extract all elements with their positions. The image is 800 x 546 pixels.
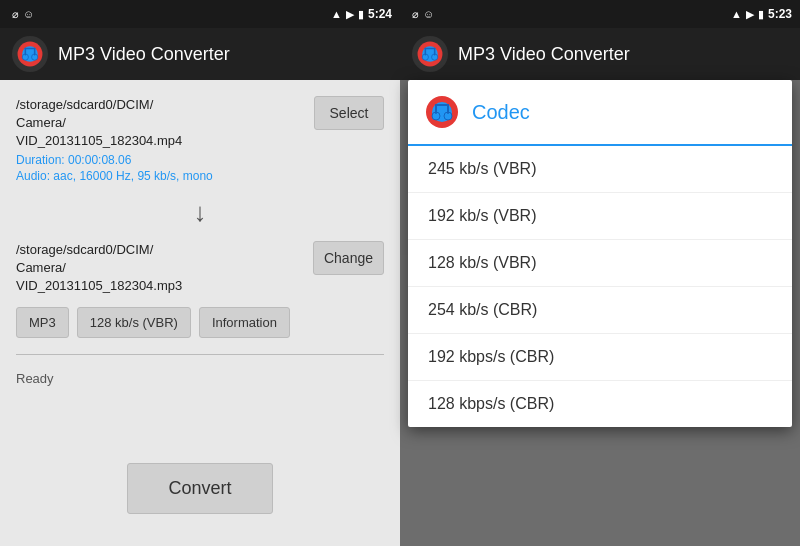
smiley-icon: ☺ xyxy=(23,8,34,20)
codec-item-4[interactable]: 192 kbps/s (CBR) xyxy=(408,334,792,381)
app-bar-right: MP3 Video Converter xyxy=(400,28,800,80)
codec-item-1[interactable]: 192 kb/s (VBR) xyxy=(408,193,792,240)
app-title: MP3 Video Converter xyxy=(58,44,230,65)
app-bar: MP3 Video Converter xyxy=(0,28,400,80)
status-bar-left: ⌀ ☺ ▲ ▶ ▮ 5:24 xyxy=(0,0,400,28)
signal-icon: ▶ xyxy=(346,8,354,21)
input-file-row: /storage/sdcard0/DCIM/Camera/VID_2013110… xyxy=(16,96,384,183)
codec-buttons-row: MP3 128 kb/s (VBR) Information xyxy=(16,307,384,338)
status-bar-right: ⌀ ☺ ▲ ▶ ▮ 5:23 xyxy=(400,0,800,28)
codec-header-icon xyxy=(424,94,460,130)
codec-dialog-title: Codec xyxy=(472,101,530,124)
svg-rect-6 xyxy=(25,48,36,50)
select-button[interactable]: Select xyxy=(314,96,384,130)
app-icon xyxy=(12,36,48,72)
arrow-row: ↓ xyxy=(16,195,384,229)
format-button[interactable]: MP3 xyxy=(16,307,69,338)
main-content: /storage/sdcard0/DCIM/Camera/VID_2013110… xyxy=(0,80,400,546)
usb-icon-r: ⌀ xyxy=(412,8,419,21)
divider xyxy=(16,354,384,355)
status-icons-left: ⌀ ☺ xyxy=(12,8,34,21)
change-button[interactable]: Change xyxy=(313,241,384,275)
codec-item-3[interactable]: 254 kb/s (CBR) xyxy=(408,287,792,334)
input-file-info: /storage/sdcard0/DCIM/Camera/VID_2013110… xyxy=(16,96,304,183)
output-file-row: /storage/sdcard0/DCIM/Camera/VID_2013110… xyxy=(16,241,384,296)
file-duration: Duration: 00:00:08.06 xyxy=(16,153,304,167)
battery-icon-r: ▮ xyxy=(758,8,764,21)
codec-item-5[interactable]: 128 kbps/s (CBR) xyxy=(408,381,792,427)
battery-icon: ▮ xyxy=(358,8,364,21)
svg-rect-13 xyxy=(425,48,436,50)
codec-dialog: Codec 245 kb/s (VBR) 192 kb/s (VBR) 128 … xyxy=(408,80,792,427)
codec-dialog-header: Codec xyxy=(408,80,792,146)
svg-rect-20 xyxy=(435,104,449,106)
time-display-right: 5:23 xyxy=(768,7,792,21)
status-icons-right-left: ⌀ ☺ xyxy=(412,8,434,21)
smiley-icon-r: ☺ xyxy=(423,8,434,20)
signal-icon-r: ▶ xyxy=(746,8,754,21)
codec-item-0[interactable]: 245 kb/s (VBR) xyxy=(408,146,792,193)
output-file-path: /storage/sdcard0/DCIM/Camera/VID_2013110… xyxy=(16,241,303,296)
wifi-icon-r: ▲ xyxy=(731,8,742,20)
left-panel: ⌀ ☺ ▲ ▶ ▮ 5:24 MP3 Video Converter xyxy=(0,0,400,546)
app-title-right: MP3 Video Converter xyxy=(458,44,630,65)
time-display: 5:24 xyxy=(368,7,392,21)
ready-text: Ready xyxy=(16,371,384,386)
codec-item-2[interactable]: 128 kb/s (VBR) xyxy=(408,240,792,287)
bitrate-button[interactable]: 128 kb/s (VBR) xyxy=(77,307,191,338)
information-button[interactable]: Information xyxy=(199,307,290,338)
file-audio: Audio: aac, 16000 Hz, 95 kb/s, mono xyxy=(16,169,304,183)
codec-list: 245 kb/s (VBR) 192 kb/s (VBR) 128 kb/s (… xyxy=(408,146,792,427)
convert-row: Convert xyxy=(16,463,384,530)
usb-icon: ⌀ xyxy=(12,8,19,21)
app-icon-right xyxy=(412,36,448,72)
convert-button[interactable]: Convert xyxy=(127,463,272,514)
right-panel: ⌀ ☺ ▲ ▶ ▮ 5:23 MP3 Video Converter /stor… xyxy=(400,0,800,546)
input-file-path: /storage/sdcard0/DCIM/Camera/VID_2013110… xyxy=(16,96,304,151)
wifi-icon: ▲ xyxy=(331,8,342,20)
arrow-down-icon: ↓ xyxy=(194,199,207,225)
